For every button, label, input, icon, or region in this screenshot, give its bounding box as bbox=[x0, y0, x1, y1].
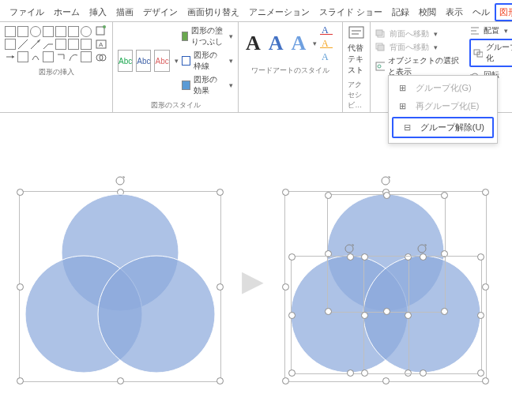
alt-text-button[interactable]: 代替テキスト bbox=[348, 25, 365, 76]
rotate-handle-icon[interactable] bbox=[344, 243, 355, 254]
tab-file[interactable]: ファイル bbox=[5, 3, 49, 21]
style-preset-2[interactable]: Abc bbox=[136, 50, 151, 72]
selection-pane-icon bbox=[375, 62, 385, 71]
text-effect-button[interactable]: A bbox=[320, 52, 337, 62]
svg-text:A: A bbox=[322, 39, 329, 48]
svg-rect-15 bbox=[349, 27, 363, 38]
svg-point-5 bbox=[103, 25, 106, 28]
ungroup-icon: ⊟ bbox=[401, 122, 414, 133]
tab-home[interactable]: ホーム bbox=[49, 3, 85, 21]
rotate-handle-icon[interactable] bbox=[380, 175, 391, 186]
group-button[interactable]: グループ化▾ bbox=[469, 39, 512, 67]
svg-point-42 bbox=[418, 245, 426, 253]
wordart-gallery-expand-icon[interactable]: ▾ bbox=[313, 39, 317, 47]
style-preset-1[interactable]: Abc bbox=[118, 50, 133, 72]
svg-point-38 bbox=[382, 177, 390, 185]
group-wordart: A A A ▾ A A A ワードアートのスタイル bbox=[239, 22, 343, 112]
dropdown-ungroup[interactable]: ⊟グループ解除(U) bbox=[392, 117, 494, 138]
bring-forward-button[interactable]: 前面へ移動▾ bbox=[375, 28, 466, 39]
shape-gallery[interactable] bbox=[5, 26, 92, 62]
group-shapes-insert: A 図形の挿入 bbox=[0, 22, 113, 112]
align-button[interactable]: 配置▾ bbox=[469, 25, 512, 36]
svg-text:A: A bbox=[322, 25, 329, 35]
text-box-icon: A bbox=[95, 39, 107, 50]
rotate-handle-icon[interactable] bbox=[416, 243, 427, 254]
tab-draw[interactable]: 描画 bbox=[111, 3, 138, 21]
group-label-access: アクセシビ… bbox=[348, 78, 365, 111]
svg-point-23 bbox=[378, 65, 381, 68]
tab-view[interactable]: 表示 bbox=[441, 3, 468, 21]
style-preset-3[interactable]: Abc bbox=[154, 50, 169, 72]
sel-circle-right bbox=[363, 256, 482, 374]
send-backward-icon bbox=[375, 43, 386, 52]
svg-point-40 bbox=[345, 245, 353, 253]
group-dropdown: ⊞グループ化(G) ⊞再グループ化(E) ⊟グループ解除(U) bbox=[388, 75, 498, 144]
svg-text:A: A bbox=[99, 41, 104, 48]
svg-point-34 bbox=[98, 256, 215, 373]
wordart-preset-2[interactable]: A bbox=[266, 32, 286, 55]
group-icon: ⊞ bbox=[397, 83, 409, 93]
regroup-icon: ⊞ bbox=[397, 101, 409, 111]
tab-shape-format[interactable]: 図形の書式 bbox=[495, 3, 512, 21]
group-label-style: 図形のスタイル bbox=[151, 99, 201, 111]
arrow-icon: ▶ bbox=[242, 264, 264, 298]
wordart-preset-1[interactable]: A bbox=[243, 32, 263, 55]
tab-animation[interactable]: アニメーション bbox=[244, 3, 314, 21]
svg-rect-21 bbox=[378, 45, 384, 51]
text-fill-button[interactable]: A bbox=[320, 25, 337, 35]
shape-fill-button[interactable]: 図形の塗りつぶし▾ bbox=[182, 25, 233, 47]
text-outline-button[interactable]: A bbox=[320, 39, 337, 48]
svg-rect-4 bbox=[96, 27, 104, 35]
svg-rect-19 bbox=[376, 30, 382, 36]
edit-shape-icon bbox=[95, 25, 107, 36]
svg-rect-11 bbox=[320, 34, 333, 35]
tab-insert[interactable]: 挿入 bbox=[85, 3, 111, 21]
stage-after[interactable] bbox=[280, 175, 491, 387]
group-shape-styles: Abc Abc Abc ▾ 図形の塗りつぶし▾ 図形の枠線▾ 図形の効果▾ 図形… bbox=[113, 22, 239, 112]
shape-effect-button[interactable]: 図形の効果▾ bbox=[182, 74, 233, 96]
svg-marker-3 bbox=[12, 55, 14, 58]
style-gallery-expand-icon[interactable]: ▾ bbox=[175, 57, 179, 65]
venn-grouped bbox=[14, 175, 226, 387]
send-backward-button[interactable]: 背面へ移動▾ bbox=[375, 42, 466, 53]
group-icon bbox=[473, 48, 483, 58]
merge-shapes-icon bbox=[95, 52, 107, 63]
svg-line-0 bbox=[18, 39, 28, 49]
svg-rect-13 bbox=[320, 47, 333, 48]
alt-text-label: 代替テキスト bbox=[348, 43, 365, 76]
tab-transition[interactable]: 画面切り替え bbox=[183, 3, 244, 21]
tab-record[interactable]: 記録 bbox=[387, 3, 414, 21]
group-accessibility: 代替テキスト アクセシビ… bbox=[343, 22, 371, 112]
svg-text:A: A bbox=[322, 52, 329, 62]
dropdown-regroup[interactable]: ⊞再グループ化(E) bbox=[389, 97, 497, 115]
stage-before[interactable] bbox=[14, 175, 226, 387]
tab-help[interactable]: ヘル bbox=[468, 3, 495, 21]
canvas-area: ▶ bbox=[14, 175, 491, 387]
align-icon bbox=[469, 26, 480, 36]
ribbon-tabs: ファイル ホーム 挿入 描画 デザイン 画面切り替え アニメーション スライド … bbox=[0, 0, 512, 21]
tab-review[interactable]: 校閲 bbox=[414, 3, 441, 21]
wordart-preset-3[interactable]: A bbox=[289, 32, 309, 55]
tab-design[interactable]: デザイン bbox=[138, 3, 183, 21]
shape-tools[interactable]: A bbox=[95, 25, 107, 63]
alt-text-icon bbox=[348, 25, 365, 41]
selection-pane-button[interactable]: オブジェクトの選択と表示 bbox=[375, 55, 466, 77]
group-label-shapes: 図形の挿入 bbox=[39, 66, 74, 77]
tab-slideshow[interactable]: スライド ショー bbox=[314, 3, 387, 21]
dropdown-group[interactable]: ⊞グループ化(G) bbox=[389, 79, 497, 97]
shape-outline-button[interactable]: 図形の枠線▾ bbox=[182, 50, 233, 72]
group-label-wordart: ワードアートのスタイル bbox=[251, 64, 329, 76]
bring-forward-icon bbox=[375, 29, 386, 39]
